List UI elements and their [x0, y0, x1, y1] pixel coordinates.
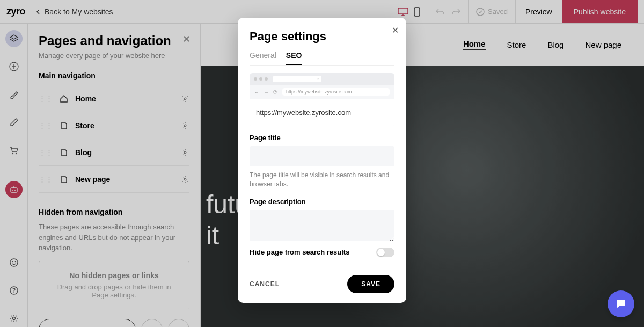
hide-from-search-label: Hide page from search results	[250, 248, 349, 256]
modal-close-button[interactable]: ✕	[392, 25, 399, 35]
tab-seo[interactable]: SEO	[286, 51, 302, 65]
preview-body-url: https://mywebsite.zyrosite.com	[250, 99, 394, 126]
page-description-label: Page description	[250, 198, 394, 206]
cancel-button[interactable]: CANCEL	[250, 280, 280, 288]
page-title-input[interactable]	[250, 146, 394, 166]
page-title-hint: The page title will be visible in search…	[250, 171, 394, 189]
chat-bubble-button[interactable]	[608, 290, 634, 317]
modal-title: Page settings	[250, 30, 394, 43]
save-button[interactable]: SAVE	[347, 275, 394, 293]
modal-tabs: General SEO	[250, 51, 394, 66]
close-icon: ×	[317, 76, 319, 81]
page-settings-modal: ✕ Page settings General SEO × ← → ⟳ http…	[238, 18, 406, 303]
browser-preview: × ← → ⟳ https://mywebsite.zyrosite.com h…	[250, 73, 394, 126]
hide-from-search-toggle[interactable]	[376, 248, 394, 257]
chat-icon	[614, 297, 627, 310]
window-dot-icon	[265, 77, 268, 81]
tab-general[interactable]: General	[250, 51, 276, 65]
url-bar: https://mywebsite.zyrosite.com	[282, 88, 390, 96]
nav-forward-icon: →	[264, 89, 269, 95]
reload-icon: ⟳	[273, 89, 277, 95]
window-dot-icon	[254, 77, 257, 81]
page-title-label: Page title	[250, 134, 394, 142]
browser-tab: ×	[273, 76, 321, 82]
window-dot-icon	[259, 77, 262, 81]
nav-back-icon: ←	[254, 89, 259, 95]
page-description-input[interactable]	[250, 210, 394, 241]
